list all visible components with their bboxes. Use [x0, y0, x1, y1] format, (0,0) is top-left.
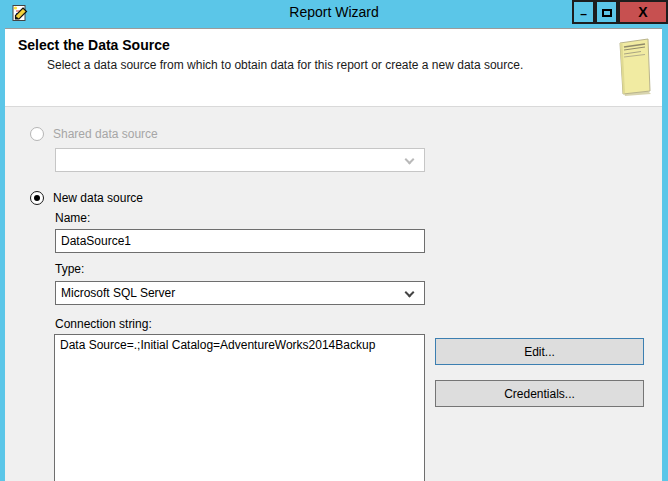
close-button[interactable]: X	[618, 0, 668, 24]
type-label: Type:	[55, 262, 84, 276]
new-data-source-option: New data source	[30, 191, 143, 205]
maximize-icon	[602, 9, 612, 17]
report-page-icon	[615, 38, 655, 98]
type-selected-value: Microsoft SQL Server	[61, 286, 175, 300]
wizard-header: Select the Data Source Select a data sou…	[5, 29, 662, 107]
new-data-source-radio[interactable]	[30, 191, 44, 205]
chevron-down-icon	[405, 288, 415, 298]
edit-button[interactable]: Edit...	[435, 338, 644, 365]
credentials-button[interactable]: Credentials...	[435, 380, 644, 407]
page-title: Select the Data Source	[18, 37, 170, 53]
connection-string-label: Connection string:	[55, 317, 152, 331]
shared-data-source-label: Shared data source	[53, 127, 158, 141]
chevron-down-icon	[405, 155, 415, 165]
shared-data-source-select[interactable]	[55, 148, 425, 172]
titlebar[interactable]: Report Wizard – X	[0, 0, 668, 28]
name-field[interactable]	[55, 229, 425, 253]
name-label: Name:	[55, 211, 90, 225]
window-title: Report Wizard	[0, 4, 668, 20]
shared-data-source-radio[interactable]	[30, 127, 44, 141]
wizard-page: Select the Data Source Select a data sou…	[5, 28, 662, 481]
type-select[interactable]: Microsoft SQL Server	[55, 281, 425, 305]
new-data-source-label[interactable]: New data source	[53, 191, 143, 205]
shared-data-source-option: Shared data source	[30, 127, 158, 141]
report-wizard-window: Report Wizard – X Select the Data Source…	[0, 0, 668, 481]
maximize-button[interactable]	[595, 0, 618, 24]
connection-string-textarea[interactable]: Data Source=.;Initial Catalog=AdventureW…	[54, 334, 425, 481]
close-icon: X	[638, 4, 647, 20]
minimize-button[interactable]: –	[572, 0, 595, 24]
page-subtitle: Select a data source from which to obtai…	[47, 58, 523, 72]
